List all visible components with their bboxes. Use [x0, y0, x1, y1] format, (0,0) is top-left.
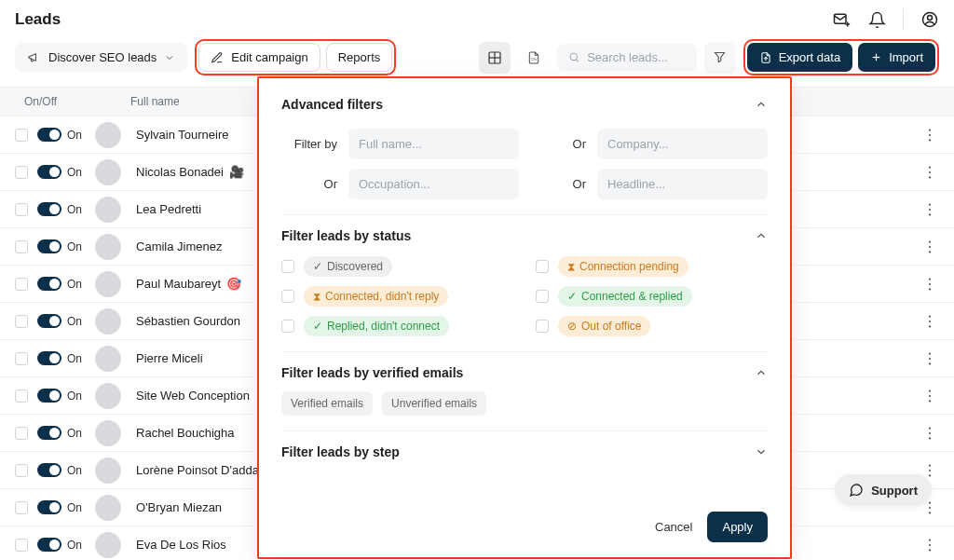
row-on-label: On: [67, 539, 82, 552]
row-on-label: On: [67, 278, 82, 291]
chevron-up-icon: [755, 98, 768, 111]
export-data-button[interactable]: Export data: [747, 43, 853, 72]
advanced-filters-header[interactable]: Advanced filters: [281, 97, 768, 112]
chevron-down-icon: [755, 445, 768, 458]
cancel-button[interactable]: Cancel: [655, 520, 692, 534]
occupation-input[interactable]: [348, 169, 519, 199]
status-connected-noreply[interactable]: ⧗Connected, didn't reply: [281, 286, 513, 307]
emails-title: Filter leads by verified emails: [281, 365, 463, 380]
row-checkbox[interactable]: [15, 278, 28, 291]
row-checkbox[interactable]: [15, 166, 28, 179]
svg-point-9: [570, 53, 577, 60]
avatar: [95, 458, 121, 484]
avatar: [95, 159, 121, 185]
section-advanced-filters: Advanced filters Filter by Or Or Or: [281, 97, 768, 215]
profile-icon[interactable]: [920, 10, 939, 29]
row-toggle[interactable]: [37, 314, 61, 328]
row-checkbox[interactable]: [15, 427, 28, 440]
status-discovered[interactable]: ✓Discovered: [281, 256, 513, 277]
avatar: [95, 234, 121, 260]
status-replied-noconnect[interactable]: ✓Replied, didn't connect: [281, 316, 513, 336]
apply-button[interactable]: Apply: [707, 512, 768, 542]
row-toggle[interactable]: [37, 538, 61, 552]
row-toggle[interactable]: [37, 500, 61, 514]
status-connection-pending[interactable]: ⧗Connection pending: [536, 256, 768, 277]
row-on-label: On: [67, 315, 82, 328]
fullname-input[interactable]: [348, 129, 519, 159]
row-checkbox[interactable]: [15, 315, 28, 328]
status-connected-replied[interactable]: ✓Connected & replied: [536, 286, 768, 307]
row-checkbox[interactable]: [15, 389, 28, 403]
checkbox[interactable]: [281, 260, 294, 273]
emails-header[interactable]: Filter leads by verified emails: [281, 365, 768, 380]
row-more-icon[interactable]: ⋯: [921, 463, 939, 477]
chip-verified[interactable]: Verified emails: [281, 391, 373, 416]
columns-button[interactable]: [479, 42, 511, 74]
pencil-icon: [211, 51, 224, 64]
row-checkbox[interactable]: [15, 464, 28, 477]
filter-button[interactable]: [704, 42, 736, 74]
support-button[interactable]: Support: [835, 474, 932, 506]
row-more-icon[interactable]: ⋯: [921, 165, 939, 179]
status-out-of-office[interactable]: ⊘Out of office: [536, 316, 768, 336]
row-checkbox[interactable]: [15, 240, 28, 253]
row-more-icon[interactable]: ⋯: [921, 277, 939, 291]
highlight-edit-reports: Edit campaign Reports: [195, 39, 396, 75]
page-header: Leads: [0, 0, 954, 32]
row-more-icon[interactable]: ⋯: [921, 538, 939, 552]
step-header[interactable]: Filter leads by step: [281, 444, 768, 459]
row-more-icon[interactable]: ⋯: [921, 314, 939, 328]
row-more-icon[interactable]: ⋯: [921, 128, 939, 142]
mail-plus-icon[interactable]: [832, 10, 851, 29]
headline-input[interactable]: [597, 169, 768, 199]
row-toggle[interactable]: [37, 351, 61, 365]
avatar: [95, 346, 121, 372]
row-more-icon[interactable]: ⋯: [921, 202, 939, 216]
hourglass-icon: ⧗: [313, 290, 320, 303]
row-toggle[interactable]: [37, 389, 61, 403]
page-title: Leads: [15, 10, 832, 29]
checkbox[interactable]: [536, 320, 549, 333]
search-input[interactable]: [587, 50, 685, 64]
row-toggle[interactable]: [37, 202, 61, 216]
row-toggle[interactable]: [37, 463, 61, 477]
highlight-export-import: Export data Import: [743, 39, 939, 75]
reports-label: Reports: [338, 50, 381, 64]
search-icon: [568, 50, 580, 64]
row-checkbox[interactable]: [15, 203, 28, 216]
row-toggle[interactable]: [37, 165, 61, 179]
csv-icon: CSV: [526, 50, 541, 65]
label-or-2: Or: [281, 177, 337, 191]
import-button[interactable]: Import: [858, 43, 935, 72]
row-checkbox[interactable]: [15, 539, 28, 552]
checkboxél[interactable]: [281, 320, 294, 333]
checkbox[interactable]: [536, 290, 549, 303]
checkbox[interactable]: [536, 260, 549, 273]
row-toggle[interactable]: [37, 277, 61, 291]
export-label: Export data: [779, 50, 841, 64]
row-checkbox[interactable]: [15, 129, 28, 142]
row-more-icon[interactable]: ⋯: [921, 351, 939, 365]
row-on-label: On: [67, 166, 82, 179]
status-header[interactable]: Filter leads by status: [281, 228, 768, 243]
company-input[interactable]: [597, 129, 768, 159]
edit-campaign-button[interactable]: Edit campaign: [198, 43, 320, 72]
checkbox[interactable]: [281, 290, 294, 303]
row-checkbox[interactable]: [15, 501, 28, 514]
row-more-icon[interactable]: ⋯: [921, 426, 939, 440]
chip-unverified[interactable]: Unverified emails: [382, 391, 486, 416]
row-more-icon[interactable]: ⋯: [921, 389, 939, 403]
discover-leads-dropdown[interactable]: Discover SEO leads: [15, 43, 187, 72]
row-toggle[interactable]: [37, 128, 61, 142]
avatar: [95, 122, 121, 148]
search-leads[interactable]: [557, 44, 697, 71]
row-toggle[interactable]: [37, 239, 61, 253]
row-more-icon[interactable]: ⋯: [921, 239, 939, 253]
export-icon: [759, 51, 772, 64]
hourglass-icon: ⧗: [567, 260, 575, 273]
reports-button[interactable]: Reports: [326, 43, 393, 72]
export-csv-button[interactable]: CSV: [518, 42, 550, 74]
row-checkbox[interactable]: [15, 352, 28, 365]
bell-icon[interactable]: [867, 10, 886, 29]
row-toggle[interactable]: [37, 426, 61, 440]
